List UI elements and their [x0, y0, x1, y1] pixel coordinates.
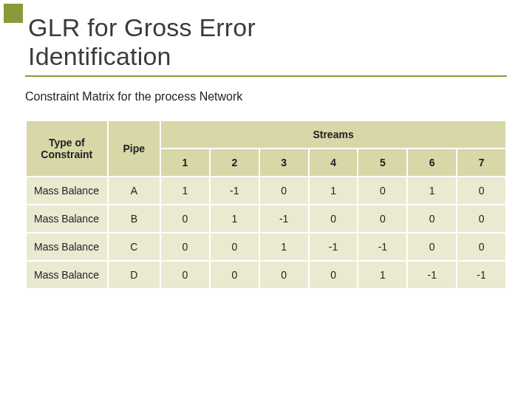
cell-val: -1: [309, 233, 358, 261]
table-row: Mass Balance B 0 1 -1 0 0 0 0: [26, 205, 506, 233]
col-stream-7: 7: [457, 149, 506, 177]
col-stream-6: 6: [407, 149, 457, 177]
cell-val: 0: [309, 261, 358, 289]
cell-val: -1: [210, 177, 259, 205]
cell-pipe: C: [108, 233, 161, 261]
col-stream-3: 3: [259, 149, 309, 177]
cell-val: 0: [160, 233, 210, 261]
cell-val: 1: [407, 177, 457, 205]
table-row: Mass Balance A 1 -1 0 1 0 1 0: [26, 177, 506, 205]
cell-val: 0: [358, 205, 407, 233]
cell-val: -1: [358, 233, 407, 261]
cell-val: 1: [309, 177, 358, 205]
cell-val: 0: [358, 177, 407, 205]
cell-val: 0: [259, 261, 309, 289]
col-stream-4: 4: [309, 149, 358, 177]
cell-val: 0: [407, 233, 457, 261]
accent-square-icon: [4, 4, 23, 23]
cell-val: 0: [407, 205, 457, 233]
col-stream-1: 1: [160, 149, 210, 177]
col-streams-group: Streams: [160, 120, 506, 149]
constraint-matrix-table: Type of Constraint Pipe Streams 1 2 3 4 …: [25, 120, 507, 290]
cell-val: -1: [457, 261, 506, 289]
cell-pipe: A: [108, 177, 161, 205]
cell-val: 0: [259, 177, 309, 205]
col-pipe: Pipe: [108, 120, 161, 177]
cell-val: 0: [210, 233, 259, 261]
subtitle: Constraint Matrix for the process Networ…: [25, 90, 507, 103]
cell-pipe: B: [108, 205, 161, 233]
cell-type: Mass Balance: [26, 177, 108, 205]
cell-val: 0: [457, 177, 506, 205]
cell-val: 0: [309, 205, 358, 233]
cell-pipe: D: [108, 261, 161, 289]
page-title: GLR for Gross Error Identification: [28, 13, 507, 71]
title-line-2: Identification: [28, 42, 171, 70]
cell-val: 0: [457, 205, 506, 233]
table-row: Mass Balance C 0 0 1 -1 -1 0 0: [26, 233, 506, 261]
cell-val: -1: [259, 205, 309, 233]
cell-val: 1: [210, 205, 259, 233]
cell-type: Mass Balance: [26, 205, 108, 233]
col-type-of-constraint: Type of Constraint: [26, 120, 108, 177]
table-row: Mass Balance D 0 0 0 0 1 -1 -1: [26, 261, 506, 289]
cell-type: Mass Balance: [26, 233, 108, 261]
cell-val: 0: [457, 233, 506, 261]
cell-val: 1: [259, 233, 309, 261]
title-line-1: GLR for Gross Error: [28, 13, 256, 41]
cell-val: 0: [210, 261, 259, 289]
col-stream-5: 5: [358, 149, 407, 177]
cell-val: 1: [358, 261, 407, 289]
cell-type: Mass Balance: [26, 261, 108, 289]
title-underline: [25, 75, 507, 77]
col-stream-2: 2: [210, 149, 259, 177]
table-header: Type of Constraint Pipe Streams 1 2 3 4 …: [26, 120, 506, 177]
cell-val: 0: [160, 261, 210, 289]
cell-val: -1: [407, 261, 457, 289]
cell-val: 1: [160, 177, 210, 205]
cell-val: 0: [160, 205, 210, 233]
slide: GLR for Gross Error Identification Const…: [0, 0, 532, 399]
